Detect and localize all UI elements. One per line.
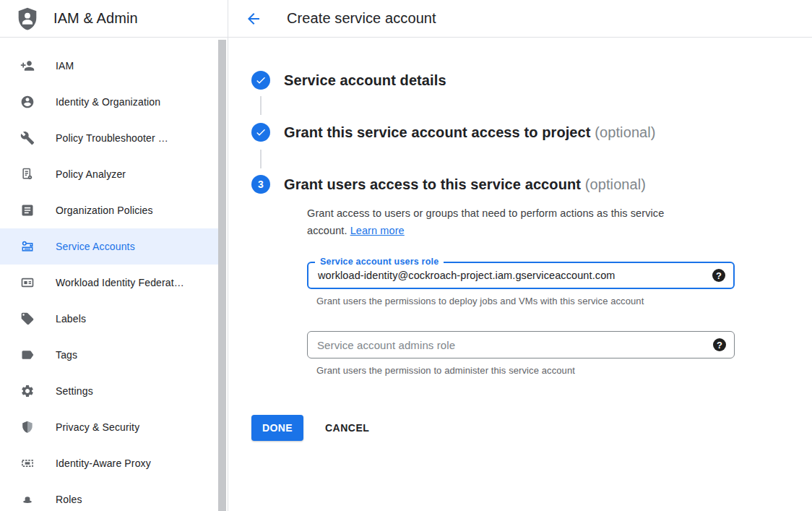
step-2-complete-check-icon	[251, 123, 270, 142]
step-1-title: Service account details	[284, 71, 446, 90]
sidebar-item-label: Service Accounts	[56, 241, 135, 252]
sidebar-item-label: Labels	[56, 313, 86, 325]
step-3-title: Grant users access to this service accou…	[284, 175, 646, 194]
policy-analyzer-icon	[20, 167, 35, 181]
users-role-input[interactable]	[318, 263, 701, 288]
sidebar-scrollbar-thumb[interactable]	[218, 40, 226, 511]
users-role-helper-text: Grant users the permissions to deploy jo…	[316, 296, 735, 306]
sidebar-item-label: Identity-Aware Proxy	[56, 458, 151, 469]
step-2-grant-access-to-project: Grant this service account access to pro…	[251, 121, 812, 143]
grant-access-description: Grant access to users or groups that nee…	[307, 205, 716, 239]
step-connector	[260, 96, 262, 115]
sidebar: IAM & Admin IAM Identity & Organization …	[0, 0, 228, 511]
sidebar-item-organization-policies[interactable]: Organization Policies	[0, 192, 219, 228]
document-lines-icon	[20, 203, 35, 218]
sidebar-item-settings[interactable]: Settings	[0, 373, 219, 409]
step-2-optional-label: (optional)	[595, 124, 655, 140]
sidebar-item-label: Privacy & Security	[56, 421, 139, 433]
hat-icon	[20, 492, 35, 507]
users-role-help-icon[interactable]: ?	[712, 269, 725, 282]
admins-role-input[interactable]	[317, 332, 701, 358]
sidebar-item-identity-aware-proxy[interactable]: Identity-Aware Proxy	[0, 445, 219, 481]
sidebar-item-roles[interactable]: Roles	[0, 481, 219, 511]
sidebar-item-label: Tags	[56, 349, 77, 361]
create-service-account-form: Service account details Grant this servi…	[228, 38, 812, 441]
gear-icon	[20, 384, 35, 398]
service-account-users-role-field: Service account users role ?	[307, 262, 735, 289]
page-title: Create service account	[287, 10, 436, 27]
done-button[interactable]: DONE	[251, 415, 303, 441]
back-button[interactable]	[245, 10, 262, 27]
page-header: Create service account	[228, 0, 812, 38]
app-title: IAM & Admin	[53, 10, 138, 27]
step-1-complete-check-icon	[251, 71, 270, 90]
service-account-key-icon	[20, 239, 35, 254]
sidebar-item-privacy-security[interactable]: Privacy & Security	[0, 409, 219, 445]
step-1-service-account-details: Service account details	[251, 71, 812, 90]
sidebar-item-label: IAM	[56, 60, 74, 72]
cancel-button[interactable]: CANCEL	[325, 422, 369, 434]
sidebar-nav: IAM Identity & Organization Policy Troub…	[0, 38, 228, 511]
step-3-optional-label: (optional)	[585, 176, 646, 192]
step-2-title: Grant this service account access to pro…	[284, 121, 656, 143]
label-arrow-icon	[20, 348, 35, 362]
step-3-body: Grant access to users or groups that nee…	[307, 205, 735, 376]
wrench-icon	[20, 131, 35, 145]
arrow-back-icon	[245, 10, 262, 27]
sidebar-item-tags[interactable]: Tags	[0, 337, 219, 373]
step-connector	[260, 150, 262, 168]
person-add-icon	[20, 59, 35, 73]
step-3-number-badge: 3	[251, 175, 270, 194]
sidebar-item-label: Roles	[56, 494, 82, 505]
main-panel: Create service account Service account d…	[228, 0, 812, 511]
service-account-admins-role-field: ?	[307, 331, 735, 358]
shield-half-icon	[20, 420, 35, 434]
iam-admin-window: IAM & Admin IAM Identity & Organization …	[0, 0, 812, 511]
proxy-icon	[20, 456, 35, 471]
sidebar-scrollbar[interactable]	[217, 38, 227, 511]
sidebar-item-iam[interactable]: IAM	[0, 48, 219, 84]
sidebar-item-label: Policy Analyzer	[56, 168, 126, 180]
sidebar-item-policy-troubleshooter[interactable]: Policy Troubleshooter …	[0, 120, 219, 156]
sidebar-item-policy-analyzer[interactable]: Policy Analyzer	[0, 156, 219, 192]
sidebar-header: IAM & Admin	[0, 0, 228, 38]
form-actions: DONE CANCEL	[251, 415, 812, 441]
identity-card-icon	[20, 275, 35, 290]
sidebar-item-label: Identity & Organization	[56, 96, 160, 108]
sidebar-item-service-accounts[interactable]: Service Accounts	[0, 228, 219, 265]
account-circle-icon	[20, 95, 35, 109]
admins-role-helper-text: Grant users the permission to administer…	[316, 365, 735, 376]
users-role-field-label: Service account users role	[315, 257, 444, 267]
sidebar-item-workload-identity-federation[interactable]: Workload Identity Federat…	[0, 265, 219, 301]
admins-role-help-icon[interactable]: ?	[713, 338, 726, 351]
sidebar-item-labels[interactable]: Labels	[0, 301, 219, 337]
sidebar-item-identity-organization[interactable]: Identity & Organization	[0, 84, 219, 120]
iam-shield-logo-icon	[14, 6, 40, 32]
sidebar-item-label: Organization Policies	[56, 205, 153, 216]
sidebar-item-label: Workload Identity Federat…	[56, 277, 184, 288]
tag-icon	[20, 312, 35, 326]
sidebar-item-label: Policy Troubleshooter …	[56, 132, 168, 144]
sidebar-item-label: Settings	[56, 385, 93, 397]
learn-more-link[interactable]: Learn more	[350, 225, 405, 236]
step-3-grant-users-access: 3 Grant users access to this service acc…	[251, 175, 812, 194]
